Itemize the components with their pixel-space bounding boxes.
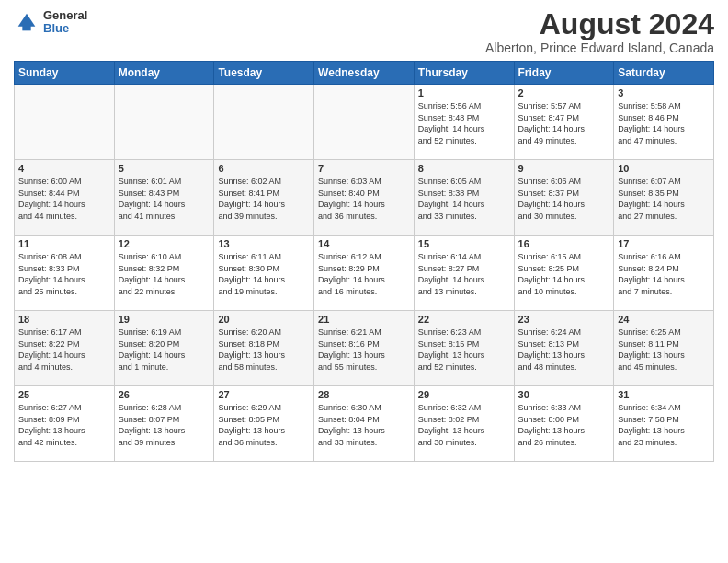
calendar-week-row: 1Sunrise: 5:56 AM Sunset: 8:48 PM Daylig…	[15, 85, 714, 160]
day-number: 12	[119, 238, 210, 249]
logo-icon	[14, 9, 40, 35]
day-number: 30	[518, 389, 610, 400]
day-info: Sunrise: 6:33 AM Sunset: 8:00 PM Dayligh…	[518, 402, 610, 448]
day-number: 9	[518, 163, 610, 174]
calendar-cell: 25Sunrise: 6:27 AM Sunset: 8:09 PM Dayli…	[15, 386, 115, 462]
day-info: Sunrise: 6:20 AM Sunset: 8:18 PM Dayligh…	[218, 327, 310, 373]
calendar-cell: 12Sunrise: 6:10 AM Sunset: 8:32 PM Dayli…	[114, 236, 214, 311]
day-info: Sunrise: 6:14 AM Sunset: 8:27 PM Dayligh…	[418, 251, 510, 297]
day-info: Sunrise: 6:03 AM Sunset: 8:40 PM Dayligh…	[318, 176, 410, 222]
day-info: Sunrise: 6:12 AM Sunset: 8:29 PM Dayligh…	[318, 251, 410, 297]
calendar-cell: 13Sunrise: 6:11 AM Sunset: 8:30 PM Dayli…	[214, 236, 314, 311]
day-number: 4	[18, 163, 110, 174]
calendar-cell: 21Sunrise: 6:21 AM Sunset: 8:16 PM Dayli…	[314, 311, 415, 386]
day-info: Sunrise: 6:05 AM Sunset: 8:38 PM Dayligh…	[418, 176, 510, 222]
logo: General Blue	[14, 9, 87, 36]
calendar-cell	[214, 85, 314, 160]
day-info: Sunrise: 6:17 AM Sunset: 8:22 PM Dayligh…	[18, 327, 110, 373]
calendar-cell: 19Sunrise: 6:19 AM Sunset: 8:20 PM Dayli…	[114, 311, 214, 386]
calendar-week-row: 11Sunrise: 6:08 AM Sunset: 8:33 PM Dayli…	[15, 236, 714, 311]
day-info: Sunrise: 6:25 AM Sunset: 8:11 PM Dayligh…	[618, 327, 710, 373]
calendar-cell: 23Sunrise: 6:24 AM Sunset: 8:13 PM Dayli…	[514, 311, 614, 386]
calendar-cell: 3Sunrise: 5:58 AM Sunset: 8:46 PM Daylig…	[614, 85, 714, 160]
day-info: Sunrise: 6:34 AM Sunset: 7:58 PM Dayligh…	[618, 402, 710, 448]
day-number: 23	[518, 314, 610, 325]
day-number: 8	[418, 163, 510, 174]
day-info: Sunrise: 6:19 AM Sunset: 8:20 PM Dayligh…	[119, 327, 210, 373]
day-info: Sunrise: 6:24 AM Sunset: 8:13 PM Dayligh…	[518, 327, 610, 373]
calendar-cell: 20Sunrise: 6:20 AM Sunset: 8:18 PM Dayli…	[214, 311, 314, 386]
day-info: Sunrise: 6:00 AM Sunset: 8:44 PM Dayligh…	[18, 176, 110, 222]
day-info: Sunrise: 6:10 AM Sunset: 8:32 PM Dayligh…	[119, 251, 210, 297]
calendar-cell: 1Sunrise: 5:56 AM Sunset: 8:48 PM Daylig…	[414, 85, 514, 160]
day-number: 1	[418, 87, 510, 98]
day-info: Sunrise: 5:57 AM Sunset: 8:47 PM Dayligh…	[518, 100, 610, 146]
calendar-cell: 9Sunrise: 6:06 AM Sunset: 8:37 PM Daylig…	[514, 160, 614, 236]
calendar-cell: 22Sunrise: 6:23 AM Sunset: 8:15 PM Dayli…	[414, 311, 514, 386]
calendar-cell: 18Sunrise: 6:17 AM Sunset: 8:22 PM Dayli…	[15, 311, 115, 386]
day-info: Sunrise: 6:07 AM Sunset: 8:35 PM Dayligh…	[618, 176, 710, 222]
calendar-cell	[114, 85, 214, 160]
day-number: 20	[218, 314, 310, 325]
day-number: 10	[618, 163, 710, 174]
calendar-cell: 4Sunrise: 6:00 AM Sunset: 8:44 PM Daylig…	[15, 160, 115, 236]
day-number: 24	[618, 314, 710, 325]
day-number: 5	[119, 163, 210, 174]
day-number: 29	[418, 389, 510, 400]
day-info: Sunrise: 5:56 AM Sunset: 8:48 PM Dayligh…	[418, 100, 510, 146]
header-saturday: Saturday	[614, 62, 714, 85]
calendar-week-row: 25Sunrise: 6:27 AM Sunset: 8:09 PM Dayli…	[15, 386, 714, 462]
calendar-cell: 11Sunrise: 6:08 AM Sunset: 8:33 PM Dayli…	[15, 236, 115, 311]
day-info: Sunrise: 5:58 AM Sunset: 8:46 PM Dayligh…	[618, 100, 710, 146]
header-wednesday: Wednesday	[314, 62, 415, 85]
day-info: Sunrise: 6:16 AM Sunset: 8:24 PM Dayligh…	[618, 251, 710, 297]
day-number: 27	[218, 389, 310, 400]
calendar-cell: 24Sunrise: 6:25 AM Sunset: 8:11 PM Dayli…	[614, 311, 714, 386]
day-info: Sunrise: 6:27 AM Sunset: 8:09 PM Dayligh…	[18, 402, 110, 448]
header-thursday: Thursday	[414, 62, 514, 85]
calendar-cell: 16Sunrise: 6:15 AM Sunset: 8:25 PM Dayli…	[514, 236, 614, 311]
svg-rect-2	[22, 25, 30, 31]
day-info: Sunrise: 6:08 AM Sunset: 8:33 PM Dayligh…	[18, 251, 110, 297]
header-sunday: Sunday	[15, 62, 115, 85]
day-number: 6	[218, 163, 310, 174]
calendar-table: Sunday Monday Tuesday Wednesday Thursday…	[14, 61, 714, 462]
calendar-cell: 30Sunrise: 6:33 AM Sunset: 8:00 PM Dayli…	[514, 386, 614, 462]
calendar-cell: 14Sunrise: 6:12 AM Sunset: 8:29 PM Dayli…	[314, 236, 415, 311]
calendar-cell: 8Sunrise: 6:05 AM Sunset: 8:38 PM Daylig…	[414, 160, 514, 236]
calendar-header-row: Sunday Monday Tuesday Wednesday Thursday…	[15, 62, 714, 85]
calendar-week-row: 4Sunrise: 6:00 AM Sunset: 8:44 PM Daylig…	[15, 160, 714, 236]
title-block: August 2024 Alberton, Prince Edward Isla…	[485, 9, 714, 55]
day-number: 22	[418, 314, 510, 325]
month-year-heading: August 2024	[485, 9, 714, 39]
day-info: Sunrise: 6:06 AM Sunset: 8:37 PM Dayligh…	[518, 176, 610, 222]
logo-blue-text: Blue	[43, 22, 87, 35]
calendar-cell	[15, 85, 115, 160]
day-number: 11	[18, 238, 110, 249]
calendar-week-row: 18Sunrise: 6:17 AM Sunset: 8:22 PM Dayli…	[15, 311, 714, 386]
day-number: 21	[318, 314, 410, 325]
day-number: 14	[318, 238, 410, 249]
day-number: 18	[18, 314, 110, 325]
header-tuesday: Tuesday	[214, 62, 314, 85]
header-monday: Monday	[114, 62, 214, 85]
calendar-cell: 10Sunrise: 6:07 AM Sunset: 8:35 PM Dayli…	[614, 160, 714, 236]
day-number: 7	[318, 163, 410, 174]
day-info: Sunrise: 6:30 AM Sunset: 8:04 PM Dayligh…	[318, 402, 410, 448]
calendar-cell: 15Sunrise: 6:14 AM Sunset: 8:27 PM Dayli…	[414, 236, 514, 311]
day-info: Sunrise: 6:15 AM Sunset: 8:25 PM Dayligh…	[518, 251, 610, 297]
day-info: Sunrise: 6:02 AM Sunset: 8:41 PM Dayligh…	[218, 176, 310, 222]
calendar-cell: 27Sunrise: 6:29 AM Sunset: 8:05 PM Dayli…	[214, 386, 314, 462]
location-label: Alberton, Prince Edward Island, Canada	[485, 40, 714, 55]
header-friday: Friday	[514, 62, 614, 85]
calendar-cell: 29Sunrise: 6:32 AM Sunset: 8:02 PM Dayli…	[414, 386, 514, 462]
calendar-cell: 28Sunrise: 6:30 AM Sunset: 8:04 PM Dayli…	[314, 386, 415, 462]
day-number: 3	[618, 87, 710, 98]
day-number: 25	[18, 389, 110, 400]
day-info: Sunrise: 6:01 AM Sunset: 8:43 PM Dayligh…	[119, 176, 210, 222]
calendar-cell: 2Sunrise: 5:57 AM Sunset: 8:47 PM Daylig…	[514, 85, 614, 160]
day-number: 28	[318, 389, 410, 400]
calendar-cell: 7Sunrise: 6:03 AM Sunset: 8:40 PM Daylig…	[314, 160, 415, 236]
day-info: Sunrise: 6:23 AM Sunset: 8:15 PM Dayligh…	[418, 327, 510, 373]
day-number: 17	[618, 238, 710, 249]
